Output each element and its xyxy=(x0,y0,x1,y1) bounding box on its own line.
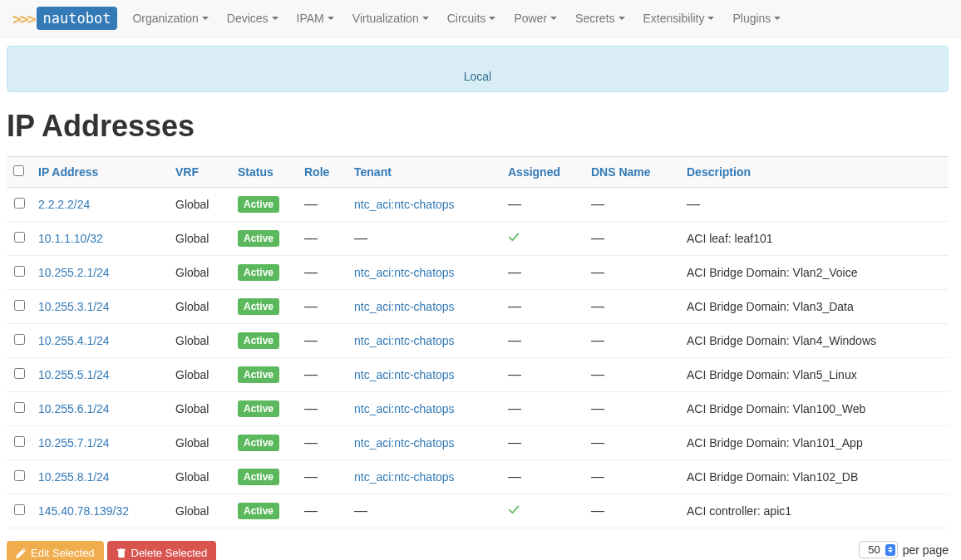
dns-cell: — xyxy=(584,324,680,358)
row-checkbox[interactable] xyxy=(14,300,25,311)
status-badge: Active xyxy=(238,298,279,315)
nav-item-label: Plugins xyxy=(732,12,771,25)
ip-link[interactable]: 2.2.2.2/24 xyxy=(38,198,90,211)
nav-item-label: Organization xyxy=(132,12,198,25)
col-tenant[interactable]: Tenant xyxy=(354,165,392,179)
delete-selected-button[interactable]: Delete Selected xyxy=(107,541,217,560)
col-status[interactable]: Status xyxy=(238,165,274,179)
vrf-cell: Global xyxy=(169,392,231,426)
dns-cell: — xyxy=(584,494,680,528)
table-header-row: IP Address VRF Status Role Tenant Assign… xyxy=(7,157,949,188)
vrf-cell: Global xyxy=(169,188,231,222)
ip-link[interactable]: 10.255.7.1/24 xyxy=(38,436,110,449)
nav-item-ipam[interactable]: IPAM xyxy=(297,12,334,25)
dns-cell: — xyxy=(584,426,680,460)
status-badge: Active xyxy=(238,435,279,451)
ip-link[interactable]: 10.1.1.10/32 xyxy=(38,232,103,245)
status-badge: Active xyxy=(238,503,279,519)
row-checkbox[interactable] xyxy=(14,334,25,345)
description-cell: ACI controller: apic1 xyxy=(680,494,949,528)
ip-link[interactable]: 10.255.2.1/24 xyxy=(38,266,110,279)
trash-icon xyxy=(116,548,126,558)
tenant-link[interactable]: ntc_aci:ntc-chatops xyxy=(354,470,455,484)
delete-selected-label: Delete Selected xyxy=(131,547,208,559)
tenant-link[interactable]: ntc_aci:ntc-chatops xyxy=(354,198,455,211)
row-checkbox[interactable] xyxy=(14,504,25,515)
tenant-cell: — xyxy=(347,222,501,256)
nav-item-virtualization[interactable]: Virtualization xyxy=(352,12,429,25)
col-ip[interactable]: IP Address xyxy=(38,165,98,179)
table-row: 10.255.6.1/24GlobalActive—ntc_aci:ntc-ch… xyxy=(7,392,949,426)
role-cell: — xyxy=(298,222,347,256)
row-checkbox[interactable] xyxy=(14,470,25,481)
role-cell: — xyxy=(298,426,347,460)
chevron-down-icon xyxy=(489,17,495,20)
row-checkbox[interactable] xyxy=(14,368,25,379)
nav-item-devices[interactable]: Devices xyxy=(227,12,278,25)
description-cell: ACI Bridge Domain: Vlan102_DB xyxy=(680,460,949,494)
row-checkbox[interactable] xyxy=(14,436,25,447)
description-cell: ACI Bridge Domain: Vlan4_Windows xyxy=(680,324,949,358)
table-row: 10.255.8.1/24GlobalActive—ntc_aci:ntc-ch… xyxy=(7,460,949,494)
col-assigned[interactable]: Assigned xyxy=(508,165,560,179)
table-row: 2.2.2.2/24GlobalActive—ntc_aci:ntc-chato… xyxy=(7,188,949,222)
ip-link[interactable]: 10.255.5.1/24 xyxy=(38,368,110,381)
logo-name: nautobot xyxy=(37,7,118,30)
chevron-down-icon xyxy=(707,17,714,20)
ip-link[interactable]: 10.255.6.1/24 xyxy=(38,402,110,415)
nav-item-power[interactable]: Power xyxy=(514,12,557,25)
assigned-cell: — xyxy=(501,324,584,358)
chevron-down-icon xyxy=(272,17,278,20)
status-badge: Active xyxy=(238,196,279,213)
status-badge: Active xyxy=(238,332,279,349)
nav-item-plugins[interactable]: Plugins xyxy=(732,12,781,25)
nav-item-extensibility[interactable]: Extensibility xyxy=(643,12,715,25)
dns-cell: — xyxy=(584,358,680,392)
info-panel: Local xyxy=(7,46,949,92)
tenant-link[interactable]: ntc_aci:ntc-chatops xyxy=(354,300,455,313)
role-cell: — xyxy=(298,460,347,494)
dns-cell: — xyxy=(584,256,680,290)
col-vrf[interactable]: VRF xyxy=(175,165,199,179)
assigned-cell: — xyxy=(501,426,584,460)
vrf-cell: Global xyxy=(169,222,231,256)
nav-item-secrets[interactable]: Secrets xyxy=(575,12,624,25)
vrf-cell: Global xyxy=(169,290,231,324)
row-checkbox[interactable] xyxy=(14,232,25,243)
description-cell: ACI Bridge Domain: Vlan100_Web xyxy=(680,392,949,426)
tenant-link[interactable]: ntc_aci:ntc-chatops xyxy=(354,266,455,279)
dns-cell: — xyxy=(584,460,680,494)
row-checkbox[interactable] xyxy=(14,198,25,209)
table-row: 10.255.3.1/24GlobalActive—ntc_aci:ntc-ch… xyxy=(7,290,949,324)
nav-item-organization[interactable]: Organization xyxy=(132,12,208,25)
edit-selected-button[interactable]: Edit Selected xyxy=(7,541,104,560)
chevron-down-icon xyxy=(618,17,625,20)
description-cell: ACI Bridge Domain: Vlan3_Data xyxy=(680,290,949,324)
tenant-link[interactable]: ntc_aci:ntc-chatops xyxy=(354,436,455,449)
ip-link[interactable]: 10.255.4.1/24 xyxy=(38,334,110,347)
nav-item-circuits[interactable]: Circuits xyxy=(447,12,496,25)
table-row: 145.40.78.139/32GlobalActive———ACI contr… xyxy=(7,494,949,528)
col-role[interactable]: Role xyxy=(304,165,329,179)
logo-arrows-icon: >>> xyxy=(12,10,35,27)
per-page-stepper[interactable]: 50 xyxy=(859,541,897,558)
tenant-link[interactable]: ntc_aci:ntc-chatops xyxy=(354,334,455,347)
dns-cell: — xyxy=(584,222,680,256)
row-checkbox[interactable] xyxy=(14,402,25,413)
ip-link[interactable]: 145.40.78.139/32 xyxy=(38,504,129,518)
row-checkbox[interactable] xyxy=(14,266,25,277)
bulk-actions: Edit Selected Delete Selected xyxy=(7,541,216,560)
tenant-cell: — xyxy=(347,494,501,528)
ip-link[interactable]: 10.255.8.1/24 xyxy=(38,470,110,484)
chevron-down-icon xyxy=(774,17,781,20)
col-dns[interactable]: DNS Name xyxy=(591,165,651,179)
edit-selected-label: Edit Selected xyxy=(31,547,95,559)
col-description[interactable]: Description xyxy=(687,165,751,179)
brand-logo[interactable]: >>> nautobot xyxy=(12,7,117,30)
select-all-checkbox[interactable] xyxy=(13,165,24,176)
tenant-link[interactable]: ntc_aci:ntc-chatops xyxy=(354,368,455,381)
tenant-link[interactable]: ntc_aci:ntc-chatops xyxy=(354,402,455,415)
role-cell: — xyxy=(298,392,347,426)
ip-link[interactable]: 10.255.3.1/24 xyxy=(38,300,110,313)
chevron-down-icon xyxy=(550,17,557,20)
